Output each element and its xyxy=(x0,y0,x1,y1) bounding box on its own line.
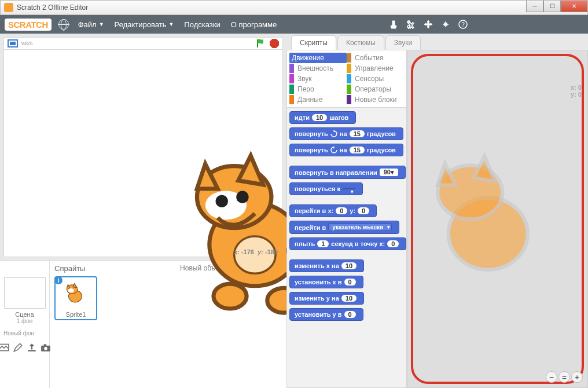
new-backdrop-label: Новый фон: xyxy=(2,330,36,336)
tab-sounds[interactable]: Звуки xyxy=(385,35,421,50)
svg-point-26 xyxy=(68,288,74,292)
block-glide[interactable]: плыть1секунд в точку x:0 xyxy=(289,237,406,250)
help-icon[interactable]: ? xyxy=(458,20,468,29)
cat-sound[interactable]: Звук xyxy=(289,74,347,84)
window-close-button[interactable]: ✕ xyxy=(561,1,587,12)
stop-button[interactable] xyxy=(270,39,279,48)
window-title: Scratch 2 Offline Editor xyxy=(17,3,88,12)
menu-edit[interactable]: Редактировать▼ xyxy=(115,20,174,29)
block-turn-cw[interactable]: повернутьна15градусов xyxy=(289,127,403,140)
menu-bar: SCRATCH Файл▼ Редактировать▼ Подсказки О… xyxy=(0,15,588,34)
fullscreen-button[interactable] xyxy=(8,39,18,47)
cat-pen[interactable]: Перо xyxy=(289,84,347,94)
paint-icon[interactable] xyxy=(13,342,23,353)
svg-point-17 xyxy=(44,347,47,350)
block-change-x[interactable]: изменить x на10 xyxy=(289,259,364,272)
svg-rect-18 xyxy=(43,344,46,346)
block-goto-xy[interactable]: перейти в x:0y:0 xyxy=(289,204,377,217)
cat-more[interactable]: Новые блоки xyxy=(347,94,404,105)
stage-coords: x: -176 y: -180 xyxy=(234,248,278,255)
version-label: v425 xyxy=(21,41,33,46)
block-palette: идти10шагов повернутьна15градусов поверн… xyxy=(287,108,406,387)
block-move[interactable]: идти10шагов xyxy=(289,111,356,124)
cat-events[interactable]: События xyxy=(347,53,404,63)
cat-data[interactable]: Данные xyxy=(289,94,347,105)
sprites-title: Спрайты xyxy=(54,264,85,273)
block-set-x[interactable]: установить x в0 xyxy=(289,276,363,288)
block-goto[interactable]: перейти вуказатель мышки xyxy=(289,221,399,234)
backdrop-count: 1 фон xyxy=(17,318,33,324)
window-titlebar: Scratch 2 Offline Editor ─ ☐ ✕ xyxy=(0,0,588,15)
stage-label: Сцена xyxy=(15,311,34,318)
app-icon xyxy=(4,3,13,12)
language-button[interactable] xyxy=(58,19,69,30)
stage-thumbnail[interactable] xyxy=(4,277,46,309)
cat-sensing[interactable]: Сенсоры xyxy=(347,74,404,84)
zoom-in-button[interactable]: + xyxy=(571,371,583,383)
script-coords: x: 0y: 0 xyxy=(571,84,582,98)
svg-marker-7 xyxy=(238,156,263,185)
svg-point-9 xyxy=(216,195,228,207)
block-change-y[interactable]: изменить y на10 xyxy=(289,292,364,305)
chevron-down-icon: ▼ xyxy=(168,21,174,27)
svg-text:?: ? xyxy=(461,21,465,28)
script-canvas[interactable]: x: 0y: 0 − = + xyxy=(407,50,588,388)
svg-marker-30 xyxy=(473,156,495,182)
svg-point-11 xyxy=(214,284,247,309)
sprite-info-button[interactable]: i xyxy=(54,276,63,284)
sprite-thumbnail[interactable]: i Sprite1 xyxy=(54,276,97,320)
window-maximize-button[interactable]: ☐ xyxy=(543,1,561,12)
window-minimize-button[interactable]: ─ xyxy=(526,1,543,12)
block-point-direction[interactable]: повернуть в направлении90▾ xyxy=(289,166,406,179)
stamp-icon[interactable] xyxy=(389,20,398,29)
menu-file[interactable]: Файл▼ xyxy=(78,20,104,29)
grow-icon[interactable] xyxy=(424,20,433,29)
block-point-towards[interactable]: повернуться к xyxy=(289,182,363,195)
sprite-watermark xyxy=(402,56,582,388)
scratch-logo[interactable]: SCRATCH xyxy=(5,19,52,31)
cat-control[interactable]: Управление xyxy=(347,63,404,74)
shrink-icon[interactable] xyxy=(441,20,450,29)
svg-marker-25 xyxy=(73,283,76,287)
zoom-out-button[interactable]: − xyxy=(546,371,557,383)
chevron-down-icon: ▼ xyxy=(99,21,104,27)
sprite-name: Sprite1 xyxy=(57,311,95,318)
block-turn-ccw[interactable]: повернутьна15градусов xyxy=(289,144,403,156)
green-flag-button[interactable] xyxy=(256,38,266,49)
tab-scripts[interactable]: Скрипты xyxy=(291,35,336,50)
stage-canvas[interactable]: x: -176 y: -180 xyxy=(3,50,283,257)
cat-motion[interactable]: Движение xyxy=(289,53,347,63)
svg-point-1 xyxy=(407,25,410,28)
zoom-reset-button[interactable]: = xyxy=(558,371,570,383)
svg-point-10 xyxy=(236,191,248,203)
block-set-y[interactable]: установить y в0 xyxy=(289,308,363,321)
cat-operators[interactable]: Операторы xyxy=(347,84,404,94)
menu-about[interactable]: О программе xyxy=(231,20,277,29)
library-icon[interactable] xyxy=(0,342,9,353)
menu-tips[interactable]: Подсказки xyxy=(184,20,220,29)
tab-costumes[interactable]: Костюмы xyxy=(337,35,384,50)
cat-looks[interactable]: Внешность xyxy=(289,63,347,74)
block-categories: Движение События Внешность Управление Зв… xyxy=(287,50,406,108)
stage-header: v425 xyxy=(3,37,283,50)
upload-icon[interactable] xyxy=(27,342,37,353)
camera-icon[interactable] xyxy=(41,342,51,353)
scissors-icon[interactable] xyxy=(406,20,416,29)
